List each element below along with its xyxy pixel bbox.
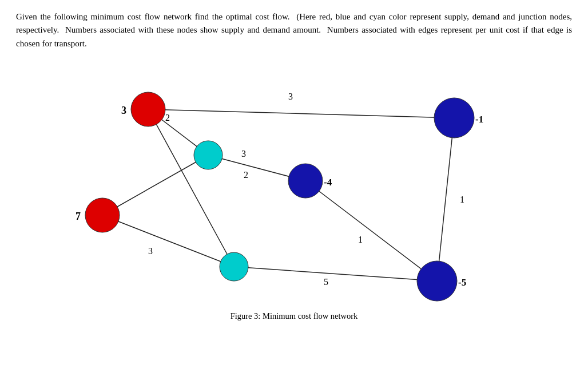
node-b3: [417, 261, 457, 301]
node-c1: [194, 141, 223, 169]
edge-label-b1-b3: 1: [358, 235, 363, 244]
edge-label-r1-c1: 2: [165, 113, 170, 122]
edge-label-r2-c2: 3: [148, 246, 153, 256]
figure-caption: Figure 3: Minimum cost flow network: [16, 311, 572, 321]
node-r1: [131, 92, 165, 126]
node-b2: [434, 98, 474, 138]
node-b1-label: -4: [324, 177, 332, 188]
edge-b1-b3: [305, 181, 437, 281]
edge-r1-b2: [148, 109, 454, 118]
edge-label-r1-b2: 3: [288, 92, 293, 101]
node-r2: [85, 198, 120, 232]
edge-b2-b3: [437, 118, 454, 281]
node-r2-label: 7: [76, 211, 81, 222]
edge-label-c1-b1-2: 2: [244, 170, 248, 180]
node-b3-label: -5: [458, 277, 466, 288]
edge-label-b2-b3: 1: [460, 195, 464, 204]
edge-r2-c2: [102, 215, 234, 267]
node-b1: [288, 164, 323, 198]
node-b2-label: -1: [475, 114, 483, 125]
edge-label-c2-b3: 5: [324, 277, 328, 287]
diagram-area: 2 3 3 2 3 5 1 1 3 7 -4 -1 -5: [59, 61, 529, 307]
edge-r2-c1: [102, 155, 208, 215]
edge-r1-c2: [148, 109, 234, 267]
node-c2: [220, 252, 248, 281]
text-block: Given the following minimum cost flow ne…: [16, 10, 572, 50]
node-r1-label: 3: [121, 105, 126, 116]
network-svg: 2 3 3 2 3 5 1 1 3 7 -4 -1 -5: [59, 61, 529, 307]
edge-label-c1-b1-3: 3: [241, 149, 246, 159]
edge-c2-b3: [234, 267, 437, 281]
